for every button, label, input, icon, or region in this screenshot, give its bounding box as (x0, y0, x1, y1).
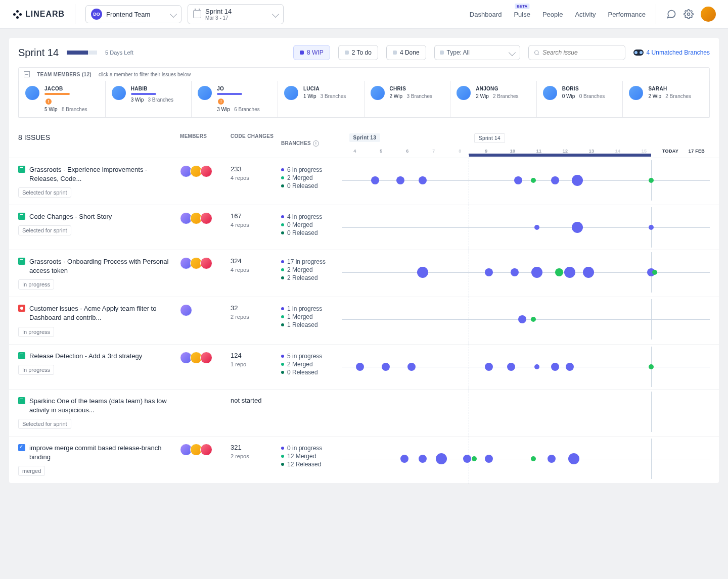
member-name: JACOB (44, 86, 87, 91)
gear-icon[interactable] (684, 9, 694, 19)
member-card[interactable]: LUCIA 1 Wip 3 Branches (278, 81, 365, 118)
timeline-bubble[interactable] (652, 270, 657, 275)
contributor-avatar (200, 444, 212, 456)
filter-todo[interactable]: 2 To do (338, 45, 378, 60)
date-tick: 4 (342, 149, 368, 154)
issue-row[interactable]: Grassroots - Experience improvements - R… (9, 158, 719, 205)
issue-row[interactable]: Customer issues - Acme Apply team filter… (9, 297, 719, 344)
issue-row[interactable]: Grassroots - Onboarding Process with Per… (9, 250, 719, 297)
timeline-bubble[interactable] (511, 268, 519, 276)
date-tick: 12 (552, 149, 578, 154)
timeline-bubble[interactable] (485, 363, 493, 371)
timeline-bubble[interactable] (572, 175, 583, 186)
user-avatar[interactable] (701, 7, 716, 22)
chevron-down-icon (272, 11, 279, 18)
timeline-bubble[interactable] (531, 178, 536, 183)
timeline-bubble[interactable] (649, 225, 654, 230)
timeline-bubble[interactable] (400, 455, 408, 463)
timeline-bubble[interactable] (407, 363, 416, 371)
sprint-picker[interactable]: Sprint 14 Mar 3 - 17 (188, 4, 284, 24)
member-card[interactable]: JACOB ! 5 Wip 8 Branches (19, 81, 106, 118)
timeline-bubble[interactable] (572, 222, 583, 233)
timeline-bubble[interactable] (534, 364, 539, 369)
timeline-bubble[interactable] (396, 176, 404, 184)
unmatched-branches-link[interactable]: 4 Unmatched Branches (633, 49, 710, 56)
timeline-bubble[interactable] (463, 455, 471, 463)
status-tag: Selected for sprint (18, 187, 71, 198)
timeline-bubble[interactable] (531, 267, 542, 278)
timeline-bubble[interactable] (371, 176, 379, 184)
filter-done[interactable]: 4 Done (386, 45, 426, 60)
timeline-bubble[interactable] (472, 456, 477, 461)
timeline-bubble[interactable] (419, 455, 427, 463)
timeline-bubble[interactable] (548, 455, 556, 463)
beta-badge: BETA (515, 4, 529, 9)
team-picker[interactable]: DO Frontend Team (85, 5, 181, 23)
timeline-bubble[interactable] (566, 363, 574, 371)
date-tick: 5 (368, 149, 394, 154)
timeline-bubble[interactable] (417, 267, 428, 278)
contributor-avatar (180, 304, 192, 316)
timeline-bubble[interactable] (555, 268, 563, 276)
issue-timeline (342, 352, 710, 382)
timeline-bubble[interactable] (518, 315, 526, 323)
code-changes: 324 (231, 257, 281, 265)
timeline-bubble[interactable] (419, 176, 427, 184)
filter-wip[interactable]: 8 WIP (293, 45, 330, 60)
timeline-bubble[interactable] (551, 363, 559, 371)
timeline-bubble[interactable] (649, 364, 654, 369)
code-changes: 321 (231, 444, 281, 451)
search-input[interactable] (528, 45, 625, 60)
nav-dashboard[interactable]: Dashboard (470, 11, 502, 18)
member-card[interactable]: BORIS 0 Wip 0 Branches (537, 81, 623, 118)
timeline-bubble[interactable] (485, 455, 493, 463)
timeline-bubble[interactable] (531, 456, 536, 461)
issue-title: Sparkinc One of the teams (data team) ha… (29, 397, 175, 415)
nav-performance[interactable]: Performance (608, 11, 646, 18)
timeline-bubble[interactable] (531, 317, 536, 322)
nav-activity[interactable]: Activity (575, 11, 596, 18)
sprint-divider (469, 342, 469, 392)
timeline-bubble[interactable] (356, 363, 364, 371)
info-icon[interactable]: i (313, 140, 319, 147)
search-field[interactable] (542, 49, 619, 56)
sprint-divider (469, 387, 469, 437)
team-members-panel: TEAM MEMBERS (12) click a member to filt… (18, 67, 710, 118)
timeline-bubble[interactable] (649, 178, 654, 183)
issue-row[interactable]: Sparkinc One of the teams (data team) ha… (9, 389, 719, 436)
logo[interactable]: LINEARB (12, 9, 65, 19)
status-tag: Selected for sprint (18, 225, 71, 235)
member-card[interactable]: JO ! 3 Wip 6 Branches (192, 81, 278, 118)
status-tag: In progress (18, 365, 54, 375)
timeline-bubble[interactable] (564, 267, 575, 278)
timeline-bubble[interactable] (551, 176, 559, 184)
timeline-bubble[interactable] (382, 363, 390, 371)
member-card[interactable]: SARAH 2 Wip 2 Branches (623, 81, 709, 118)
timeline-bubble[interactable] (507, 363, 515, 371)
sprint-prev-tag: Sprint 13 (349, 133, 381, 142)
nav-people[interactable]: People (542, 11, 563, 18)
timeline-bubble[interactable] (485, 268, 493, 276)
chat-icon[interactable] (666, 9, 676, 19)
timeline-bubble[interactable] (583, 267, 594, 278)
today-marker (651, 392, 652, 432)
days-left: 5 Days Left (105, 50, 133, 56)
logo-text: LINEARB (25, 10, 65, 19)
issue-row[interactable]: Code Changes - Short Story Selected for … (9, 205, 719, 250)
collapse-icon[interactable] (24, 71, 30, 77)
timeline-bubble[interactable] (436, 453, 447, 464)
member-card[interactable]: HABIB 3 Wip 3 Branches (106, 81, 192, 118)
member-card[interactable]: CHRIS 2 Wip 3 Branches (365, 81, 451, 118)
timeline-bubble[interactable] (568, 453, 579, 464)
timeline-bubble[interactable] (534, 225, 539, 230)
col-members: MEMBERS (180, 133, 231, 154)
type-select[interactable]: Type: All (434, 45, 520, 60)
nav-pulse[interactable]: BETAPulse (514, 11, 530, 18)
timeline-bubble[interactable] (514, 176, 522, 184)
issue-row[interactable]: Release Detection - Add a 3rd strategy I… (9, 344, 719, 389)
date-tick: 11 (526, 149, 552, 154)
issue-row[interactable]: improve merge commit based release-branc… (9, 436, 719, 483)
sprint-card: Sprint 14 5 Days Left 8 WIP 2 To do 4 Do… (9, 38, 719, 483)
repo-count: 4 repos (231, 175, 281, 181)
member-card[interactable]: ANJONG 2 Wip 2 Branches (450, 81, 537, 118)
